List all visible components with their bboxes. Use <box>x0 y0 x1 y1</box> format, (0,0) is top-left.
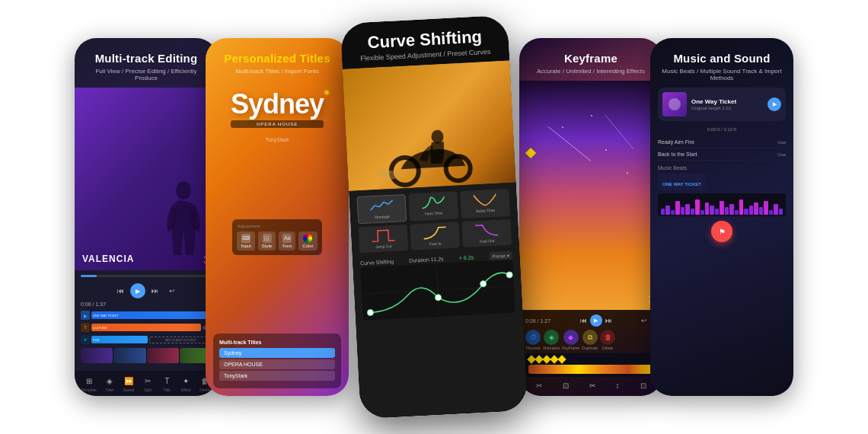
track-segment-2: CULTURE <box>91 324 201 331</box>
adj-font[interactable]: Aa Font <box>279 231 295 251</box>
beat-bar <box>735 210 739 215</box>
kf-duplicate-btn[interactable]: ⧉ Duplicate <box>582 330 598 350</box>
adj-style[interactable]: ◱ Style <box>258 231 276 251</box>
person-silhouette <box>164 179 203 270</box>
beat-bar <box>695 199 699 215</box>
speed-icon: ⏩ <box>123 375 135 387</box>
beat-bar <box>764 201 767 215</box>
kf-animation-btn[interactable]: ◈ Animation <box>543 330 560 350</box>
song-action-2[interactable]: Use <box>777 152 786 157</box>
template-icon: ⊞ <box>83 375 95 387</box>
toolbar-filter[interactable]: ◈ Filter <box>104 375 116 392</box>
card1-video: VALENCIA ⛶ <box>75 88 218 270</box>
sticker-label[interactable]: TAP TO ADD STICKER <box>149 337 212 343</box>
curve-label: Curve Shifting <box>360 259 394 266</box>
title-item-sydney[interactable]: Sydney <box>219 348 335 358</box>
adj-buttons: ⌨ Input ◱ Style Aa Font <box>237 231 317 251</box>
skip-prev-icon[interactable]: ⏮ <box>117 287 124 295</box>
toolbar-effect[interactable]: ✦ Effect <box>180 375 192 392</box>
kf-delete-btn[interactable]: 🗑 Delete <box>600 330 615 350</box>
beat-bar <box>681 207 685 215</box>
play-button[interactable]: ▶ <box>130 283 145 298</box>
toolbar-effect-label: Effect <box>181 388 191 392</box>
kf-next[interactable]: ⏭ <box>605 317 612 324</box>
herotime-icon <box>412 195 455 211</box>
svg-point-1 <box>431 129 444 144</box>
multitrack-title: Multi-track Titles <box>219 340 335 345</box>
keyframe-controls: 0:08 / 1:27 ⏮ ▶ ⏭ ↩ ⋮ <box>519 310 662 396</box>
kf-track-bar <box>528 365 653 374</box>
undo-icon[interactable]: ↩ <box>169 287 175 295</box>
adj-input[interactable]: ⌨ Input <box>237 231 254 251</box>
kf-keyframe-btn[interactable]: ◆ KeyFrame <box>562 330 579 350</box>
beat-bar <box>749 206 753 215</box>
sydney-text: Sydney <box>231 88 324 120</box>
card-music: Music and Sound Music Beats / Multiple S… <box>650 38 793 396</box>
kf-undo[interactable]: ↩ <box>641 317 647 324</box>
shooting-stars <box>519 81 662 310</box>
fastout-label: Fast Out <box>466 238 509 244</box>
curve-option-jump[interactable]: Jump Cut <box>359 225 409 253</box>
split-icon: ✂ <box>142 375 154 387</box>
kf-diamonds-row <box>528 356 653 362</box>
preset-label: Preset <box>492 254 506 259</box>
kf-prev[interactable]: ⏮ <box>580 317 587 324</box>
song-item-2: Back to the Start Use <box>658 148 786 161</box>
kf-playtime-btn[interactable]: ⏱ Playtime <box>525 330 541 350</box>
curve-option-bullet[interactable]: Bullet Time <box>460 189 510 219</box>
keyframe-icon: ◆ <box>563 330 579 345</box>
card4-subtitle: Accurate / Unlimited / Interesting Effec… <box>530 68 652 75</box>
toolbar-template[interactable]: ⊞ Template <box>81 375 97 392</box>
kf-play[interactable]: ▶ <box>590 314 602 327</box>
kf-scissor-5[interactable]: ⊡ <box>640 381 646 390</box>
card1-content: VALENCIA ⛶ ⏮ ▶ ⏭ ↩ 0:08 / 1:37 <box>75 88 218 396</box>
track-row-1: ▶ ONE WAY TICKET <box>81 310 212 321</box>
adj-color[interactable]: Color <box>298 231 317 251</box>
sydney-item-text: Sydney <box>224 350 241 356</box>
curve-option-montage[interactable]: Montage <box>356 194 407 224</box>
toolbar-speed-label: Speed <box>123 388 134 392</box>
skip-next-icon[interactable]: ⏭ <box>152 287 158 295</box>
montage-label: Montage <box>362 213 403 220</box>
tony-item-text: TonyStark <box>224 373 247 378</box>
toolbar-template-label: Template <box>81 388 97 392</box>
title-item-tony[interactable]: TonyStark <box>219 371 335 381</box>
opera-item-text: OPERA HOUSE <box>224 362 263 367</box>
kf-scissor-4[interactable]: ↕ <box>616 381 620 390</box>
album-art-inner <box>669 98 681 110</box>
fastin-label: Fast In <box>414 240 457 247</box>
kf-time: 0:08 / 1:27 <box>525 318 550 324</box>
song-title: One Way Ticket <box>691 98 763 105</box>
edit-dot[interactable]: ✱ <box>324 88 330 97</box>
beat-bar <box>661 209 665 215</box>
toolbar-speed[interactable]: ⏩ Speed <box>123 375 135 392</box>
track-row-3: ✈ PUB TAP TO ADD STICKER <box>81 334 212 345</box>
kf-d5[interactable] <box>557 355 566 363</box>
toolbar-title[interactable]: T Title <box>161 375 173 392</box>
curve-option-herotime[interactable]: Hero Time <box>408 191 458 221</box>
now-playing-play[interactable]: ▶ <box>767 97 781 111</box>
kf-scissor-3[interactable]: ✂ <box>589 381 595 390</box>
kf-scissor-1[interactable]: ✂ <box>536 381 542 390</box>
toolbar-split[interactable]: ✂ Split <box>142 375 154 392</box>
card4-header: Keyframe Accurate / Unlimited / Interest… <box>519 38 662 81</box>
beat-bar <box>774 204 777 215</box>
card-curve: Curve Shifting Flexible Speed Adjustment… <box>340 15 528 420</box>
curve-option-fastout[interactable]: Fast Out <box>461 219 512 247</box>
preset-chevron: ▾ <box>507 253 509 258</box>
tonystark-label: TonyStark <box>265 137 289 142</box>
song-action-1[interactable]: Use <box>777 140 786 145</box>
timeline-bar <box>81 275 212 277</box>
filter-icon: ◈ <box>104 375 116 387</box>
fab-record[interactable]: ⚑ <box>711 221 732 242</box>
curve-options: Montage Hero Time Bullet T <box>356 189 512 253</box>
kf-delete-icon: 🗑 <box>600 330 615 345</box>
adj-input-label: Input <box>241 244 251 248</box>
title-item-opera[interactable]: OPERA HOUSE <box>219 359 335 369</box>
kf-scissor-2[interactable]: ⊡ <box>563 381 569 390</box>
curve-option-fastin[interactable]: Fast In <box>410 222 460 250</box>
svg-line-12 <box>548 126 591 161</box>
card2-title: Personalized Titles <box>216 52 338 65</box>
sydney-area: Sydney ✱ OPERA HOUSE TonyStark <box>231 88 324 145</box>
card1-subtitle: Full View / Precise Editing / Efficientl… <box>85 68 207 81</box>
